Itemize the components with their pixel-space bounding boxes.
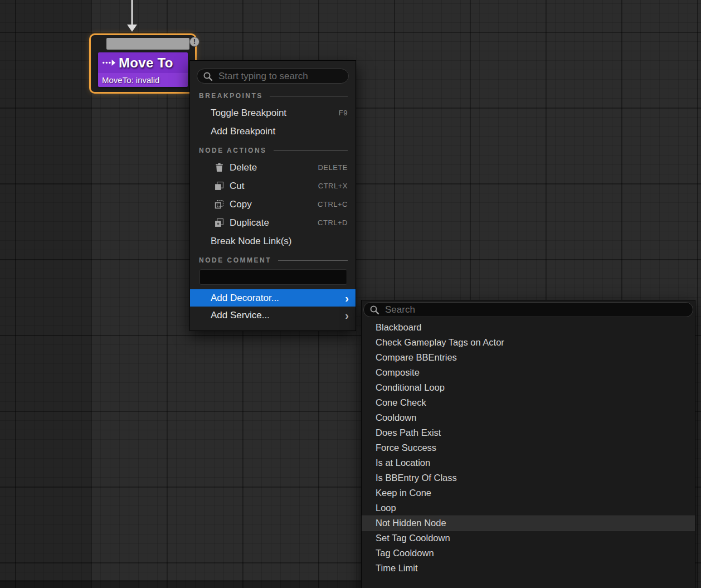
submenu-item-cooldown[interactable]: Cooldown [362,410,695,425]
menu-item-add-decorator[interactable]: Add Decorator... › [190,289,356,307]
menu-item-delete[interactable]: Delete DELETE [190,158,356,177]
shortcut-label: F9 [339,109,348,117]
submenu-search[interactable] [363,302,693,317]
submenu-item-time-limit[interactable]: Time Limit [362,561,695,576]
menu-item-label: Toggle Breakpoint [211,108,286,119]
submenu-item-does-path-exist[interactable]: Does Path Exist [362,425,695,440]
behavior-tree-graph[interactable]: ! Move To MoveTo: invalid BR [0,0,701,588]
section-title: NODE COMMENT [199,256,271,264]
section-title: BREAKPOINTS [199,92,263,100]
menu-item-label: Copy [230,199,252,210]
section-node-comment: NODE COMMENT [190,255,356,266]
section-node-actions: NODE ACTIONS [190,145,356,156]
menu-item-add-service[interactable]: Add Service... › [190,307,356,324]
graph-bottom-shade [0,580,361,588]
node-comment-input[interactable] [199,269,347,285]
submenu-item-loop[interactable]: Loop [362,500,695,516]
graph-left-shade [0,0,91,588]
submenu-item-is-bbentry-of-class[interactable]: Is BBEntry Of Class [362,470,695,485]
menu-item-label: Cut [230,181,244,192]
node-warning-badge: ! [189,37,199,47]
trash-icon [215,163,224,172]
submenu-item-composite[interactable]: Composite [362,365,695,380]
node-context-menu: BREAKPOINTS Toggle Breakpoint F9 Add Bre… [189,60,356,331]
copy-icon [215,200,224,209]
search-icon [369,305,379,315]
menu-item-label: Break Node Link(s) [211,236,292,247]
menu-item-duplicate[interactable]: Duplicate CTRL+D [190,213,356,232]
submenu-item-is-at-location[interactable]: Is at Location [362,455,695,470]
duplicate-icon [215,218,224,227]
move-to-icon [102,59,115,66]
shortcut-label: DELETE [318,163,348,172]
submenu-item-check-gameplay-tags-on-actor[interactable]: Check Gameplay Tags on Actor [362,335,695,350]
context-menu-search[interactable] [197,69,349,84]
submenu-item-cone-check[interactable]: Cone Check [362,395,695,410]
submenu-item-blackboard[interactable]: Blackboard [362,320,695,335]
decorator-list: Blackboard Check Gameplay Tags on Actor … [362,320,695,576]
shortcut-label: CTRL+X [318,182,348,190]
parent-link-wire [125,0,142,33]
search-icon [203,71,213,81]
section-breakpoints: BREAKPOINTS [190,90,356,101]
submenu-item-tag-cooldown[interactable]: Tag Cooldown [362,546,695,561]
submenu-item-not-hidden-node[interactable]: Not Hidden Node [362,516,695,531]
menu-item-label: Duplicate [230,217,269,229]
submenu-item-compare-bbentries[interactable]: Compare BBEntries [362,350,695,365]
shortcut-label: CTRL+D [318,218,348,227]
menu-item-label: Add Breakpoint [211,126,275,137]
chevron-right-icon: › [345,293,349,304]
menu-item-copy[interactable]: Copy CTRL+C [190,195,356,213]
node-subtitle: MoveTo: invalid [98,73,188,87]
shortcut-label: CTRL+C [318,200,348,208]
context-menu-search-input[interactable] [217,70,343,82]
submenu-item-force-success[interactable]: Force Success [362,440,695,455]
section-divider [274,150,348,151]
section-divider [278,260,348,261]
node-title-row: Move To [98,52,188,73]
chevron-right-icon: › [345,310,349,321]
submenu-item-set-tag-cooldown[interactable]: Set Tag Cooldown [362,531,695,546]
menu-item-cut[interactable]: Cut CTRL+X [190,177,356,195]
menu-item-toggle-breakpoint[interactable]: Toggle Breakpoint F9 [190,104,356,122]
menu-item-label: Delete [230,162,257,173]
cut-icon [215,181,224,191]
node-input-pin[interactable] [106,38,189,50]
menu-item-label: Add Decorator... [211,293,279,304]
section-divider [270,96,348,96]
submenu-item-conditional-loop[interactable]: Conditional Loop [362,380,695,395]
add-decorator-submenu: Blackboard Check Gameplay Tags on Actor … [361,300,695,588]
node-title: Move To [119,55,173,71]
submenu-search-input[interactable] [384,304,687,316]
section-title: NODE ACTIONS [199,147,267,154]
menu-item-label: Add Service... [211,310,270,321]
menu-item-break-node-links[interactable]: Break Node Link(s) [190,232,356,250]
submenu-item-keep-in-cone[interactable]: Keep in Cone [362,485,695,500]
move-to-node[interactable]: ! Move To MoveTo: invalid [89,33,197,94]
menu-item-add-breakpoint[interactable]: Add Breakpoint [190,122,356,140]
move-to-node-body: Move To MoveTo: invalid [98,52,188,87]
